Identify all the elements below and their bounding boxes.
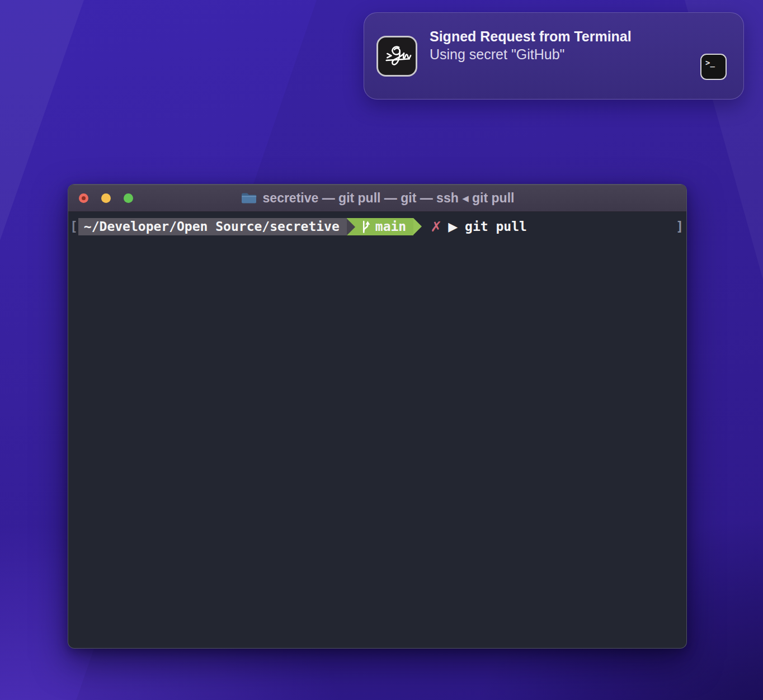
- window-title-group: secretive — git pull — git — ssh ◂ git p…: [241, 191, 515, 206]
- window-controls: [79, 185, 133, 211]
- titlebar[interactable]: secretive — git pull — git — ssh ◂ git p…: [68, 185, 686, 212]
- terminal-icon: >_: [700, 54, 727, 80]
- close-button[interactable]: [79, 193, 88, 203]
- secretive-app-icon: [376, 36, 417, 77]
- notification-title: Signed Request from Terminal: [430, 27, 632, 45]
- signature-icon: [381, 40, 413, 72]
- notification-banner[interactable]: Signed Request from Terminal Using secre…: [364, 12, 744, 100]
- minimize-button[interactable]: [101, 193, 111, 203]
- prompt-arrow-icon: ▶: [448, 218, 458, 235]
- terminal-body[interactable]: [ ~/Developer/Open Source/secretive main…: [68, 212, 686, 649]
- powerline-separator-icon: [347, 219, 355, 235]
- prompt-line: [ ~/Developer/Open Source/secretive main…: [68, 218, 686, 235]
- prompt-left-bracket: [: [68, 218, 78, 235]
- git-branch-icon: [361, 220, 371, 234]
- notification-subtitle: Using secret "GitHub": [430, 45, 632, 63]
- exit-status-x: ✗: [430, 218, 442, 235]
- window-title: secretive — git pull — git — ssh ◂ git p…: [263, 191, 515, 206]
- folder-icon: [241, 191, 257, 205]
- path-segment: ~/Developer/Open Source/secretive: [78, 218, 347, 235]
- branch-segment: main: [347, 218, 413, 235]
- desktop: Signed Request from Terminal Using secre…: [0, 0, 763, 700]
- prompt-right-bracket: ]: [674, 218, 686, 235]
- zoom-button[interactable]: [124, 193, 133, 203]
- command-text: git pull: [465, 218, 527, 235]
- powerline-arrow-icon: [413, 218, 422, 235]
- branch-label: main: [375, 218, 406, 235]
- terminal-window: secretive — git pull — git — ssh ◂ git p…: [68, 184, 687, 649]
